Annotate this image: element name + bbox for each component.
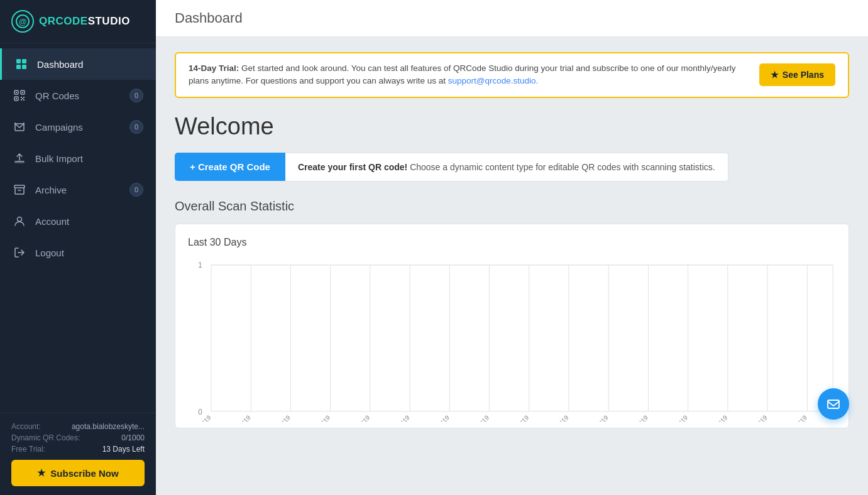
logout-icon	[13, 246, 26, 259]
see-plans-button[interactable]: ★ See Plans	[759, 63, 835, 86]
svg-rect-14	[21, 99, 22, 101]
support-email-link[interactable]: support@qrcode.studio.	[448, 76, 539, 85]
svg-text:0: 0	[198, 407, 202, 416]
content-area: 14-Day Trial: Get started and look aroun…	[156, 37, 868, 495]
svg-text:14/02/2019: 14/02/2019	[583, 413, 610, 421]
stats-section: Overall Scan Statistic Last 30 Days 1 0	[175, 199, 849, 428]
svg-text:04/02/2019: 04/02/2019	[385, 413, 411, 421]
subscribe-star-icon: ★	[37, 467, 45, 479]
sidebar-item-dashboard[interactable]: Dashboard	[0, 48, 156, 80]
svg-rect-19	[14, 185, 25, 188]
svg-text:06/02/2019: 06/02/2019	[424, 413, 451, 421]
sidebar-item-logout-label: Logout	[35, 248, 143, 258]
sidebar-item-account[interactable]: Account	[0, 205, 156, 237]
dynamic-qr-value: 0/1000	[121, 433, 145, 442]
svg-rect-18	[23, 122, 25, 124]
svg-text:12/02/2019: 12/02/2019	[544, 413, 570, 421]
qr-codes-badge: 0	[129, 89, 143, 102]
account-label: Account:	[11, 422, 41, 431]
trial-banner: 14-Day Trial: Get started and look aroun…	[175, 52, 849, 98]
account-value: agota.bialobzeskyte...	[72, 422, 145, 431]
account-icon	[13, 214, 26, 228]
svg-text:02/02/2019: 02/02/2019	[344, 413, 371, 421]
svg-point-20	[18, 217, 22, 222]
svg-text:22/02/2019: 22/02/2019	[742, 413, 769, 421]
svg-text:29/01/2019: 29/01/2019	[265, 413, 292, 421]
free-trial-value: 13 Days Left	[102, 445, 145, 454]
svg-rect-58	[828, 400, 839, 408]
campaigns-badge: 0	[129, 120, 143, 134]
subscribe-label: Subscribe Now	[50, 468, 118, 479]
svg-rect-3	[22, 59, 26, 63]
dynamic-qr-label: Dynamic QR Codes:	[11, 433, 80, 442]
sidebar-item-bulk-import-label: Bulk Import	[35, 153, 143, 164]
logo-icon: @	[11, 10, 34, 33]
create-qr-section: + Create QR Code Create your first QR co…	[175, 153, 849, 182]
trial-bold: 14-Day Trial:	[189, 63, 239, 73]
svg-rect-12	[21, 97, 22, 98]
svg-rect-15	[23, 99, 25, 101]
archive-badge: 0	[129, 183, 143, 197]
svg-text:08/02/2019: 08/02/2019	[464, 413, 490, 421]
page-header: Dashboard	[156, 0, 868, 37]
sidebar-item-campaigns[interactable]: Campaigns 0	[0, 111, 156, 143]
sidebar-footer: Account: agota.bialobzeskyte... Dynamic …	[0, 413, 156, 495]
svg-text:18/02/2019: 18/02/2019	[662, 413, 689, 421]
svg-text:24/02/2019: 24/02/2019	[782, 413, 808, 421]
sidebar-item-account-label: Account	[35, 216, 143, 227]
see-plans-label: See Plans	[783, 70, 824, 80]
see-plans-star-icon: ★	[771, 70, 779, 80]
archive-icon	[13, 183, 26, 197]
sidebar: @ QRCODESTUDIO Dashboard	[0, 0, 156, 495]
sidebar-item-archive[interactable]: Archive 0	[0, 174, 156, 205]
create-qr-label: + Create QR Code	[190, 161, 270, 172]
campaigns-icon	[13, 120, 26, 134]
sidebar-item-qr-codes[interactable]: QR Codes 0	[0, 80, 156, 111]
mail-icon	[827, 397, 840, 411]
svg-text:10/02/2019: 10/02/2019	[503, 413, 530, 421]
sidebar-item-logout[interactable]: Logout	[0, 237, 156, 268]
logo-area: @ QRCODESTUDIO	[0, 0, 156, 43]
svg-text:31/01/2019: 31/01/2019	[305, 413, 331, 421]
svg-rect-17	[14, 122, 16, 124]
main-content: Dashboard 14-Day Trial: Get started and …	[156, 0, 868, 495]
sidebar-item-archive-label: Archive	[35, 185, 129, 195]
svg-text:20/02/2019: 20/02/2019	[702, 413, 728, 421]
chart-container: Last 30 Days 1 0	[175, 224, 849, 428]
chart-area: 1 0	[188, 258, 836, 422]
free-trial-label: Free Trial:	[11, 445, 45, 454]
welcome-title: Welcome	[175, 113, 849, 140]
sidebar-item-dashboard-label: Dashboard	[37, 59, 143, 70]
stats-title: Overall Scan Statistic	[175, 199, 849, 214]
sidebar-item-qr-codes-label: QR Codes	[35, 90, 129, 101]
sidebar-item-campaigns-label: Campaigns	[35, 122, 129, 133]
create-qr-button[interactable]: + Create QR Code	[175, 153, 285, 181]
svg-rect-7	[16, 92, 17, 93]
chart-subtitle: Last 30 Days	[188, 237, 836, 248]
create-qr-hint: Create your first QR code! Choose a dyna…	[285, 153, 728, 182]
trial-banner-text: 14-Day Trial: Get started and look aroun…	[189, 62, 747, 88]
svg-text:1: 1	[198, 260, 202, 269]
svg-rect-16	[22, 98, 23, 99]
svg-rect-4	[16, 65, 21, 69]
svg-rect-9	[22, 92, 23, 93]
mail-fab-button[interactable]	[818, 388, 849, 420]
logo-text: QRCODESTUDIO	[39, 15, 130, 28]
page-title: Dashboard	[175, 10, 243, 26]
svg-rect-11	[16, 98, 17, 99]
qr-codes-icon	[13, 89, 26, 102]
hint-text: Choose a dynamic content type for editab…	[410, 162, 715, 172]
svg-rect-5	[22, 65, 26, 69]
svg-rect-2	[16, 59, 21, 63]
hint-bold: Create your first QR code!	[298, 162, 407, 172]
sidebar-item-bulk-import[interactable]: Bulk Import	[0, 143, 156, 174]
svg-text:16/02/2019: 16/02/2019	[623, 413, 649, 421]
subscribe-button[interactable]: ★ Subscribe Now	[11, 460, 145, 486]
bulk-import-icon	[13, 151, 26, 165]
dashboard-icon	[14, 57, 28, 71]
chart-svg: 1 0	[188, 258, 836, 422]
svg-text:@: @	[19, 17, 27, 26]
svg-rect-13	[23, 97, 25, 98]
svg-text:27/01/2019: 27/01/2019	[226, 413, 252, 421]
sidebar-nav: Dashboard QR Codes	[0, 43, 156, 413]
